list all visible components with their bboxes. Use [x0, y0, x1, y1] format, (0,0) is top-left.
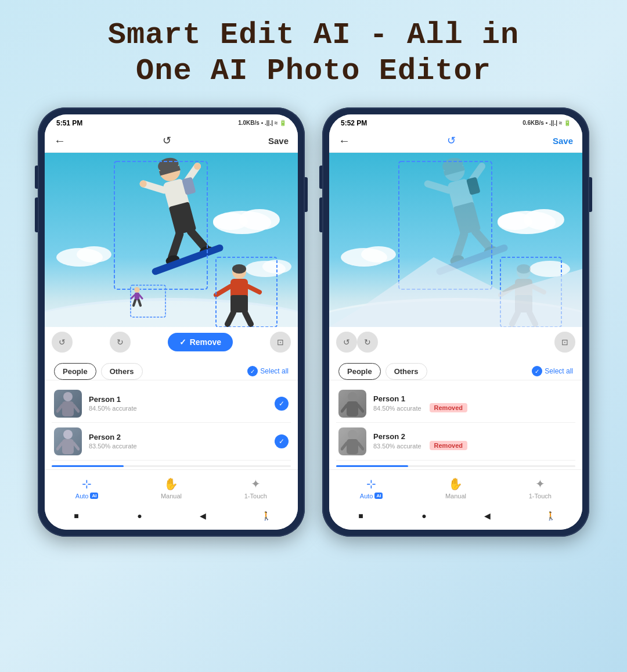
- person-check-2-left[interactable]: ✓: [275, 434, 289, 448]
- back-button-right[interactable]: ←: [338, 134, 350, 148]
- person-item-2-left[interactable]: Person 2 83.50% accurate ✓: [52, 423, 291, 461]
- person-accuracy-1-left: 84.50% accurate: [89, 405, 275, 412]
- manual-label-left: Manual: [161, 493, 182, 499]
- status-icons-right: 0.6KB/s ▪ .||.| ≈ 🔋: [522, 120, 571, 126]
- phone-nav-bar-right: ■ ● ◀ 🚶: [329, 504, 582, 530]
- svg-line-40: [139, 300, 140, 306]
- svg-point-27: [232, 264, 246, 274]
- svg-rect-83: [347, 401, 358, 416]
- tab-people-right[interactable]: People: [338, 363, 381, 380]
- select-all-left[interactable]: ✓ Select all: [247, 366, 289, 376]
- svg-point-7: [77, 246, 111, 263]
- nav-back-left[interactable]: ◀: [197, 510, 209, 522]
- redo-button-right[interactable]: ↻: [357, 332, 378, 353]
- auto-label-left: Auto AI: [75, 493, 99, 499]
- nav-back-right[interactable]: ◀: [482, 510, 493, 522]
- tab-auto-left[interactable]: ⊹ Auto AI: [45, 475, 129, 502]
- vol-button-right: [319, 166, 322, 189]
- compare-button-right[interactable]: ⊡: [554, 332, 575, 353]
- person-thumb-2-left: [54, 427, 82, 455]
- person-name-2-right: Person 2: [373, 432, 573, 441]
- top-nav-right: ← ↺ Save: [329, 130, 582, 153]
- progress-bar-right: [329, 465, 582, 469]
- tabs-row-left: People Others ✓ Select all: [45, 357, 298, 380]
- person-accuracy-2-right: 83.50% accurate: [373, 443, 421, 450]
- phone-right: 5:52 PM 0.6KB/s ▪ .||.| ≈ 🔋 ← ↺ Save: [322, 107, 589, 537]
- manual-icon-left: ✋: [164, 477, 178, 491]
- svg-line-84: [342, 405, 347, 411]
- svg-line-39: [134, 300, 135, 306]
- person-info-1-right: Person 1 84.50% accurate Removed: [373, 394, 573, 412]
- select-all-icon-right: ✓: [532, 366, 542, 376]
- status-icons-left: 1.0KB/s ▪ .||.| ≈ 🔋: [238, 120, 286, 126]
- tab-auto-right[interactable]: ⊹ Auto AI: [329, 475, 413, 502]
- person-thumb-img-2-left: [54, 427, 82, 455]
- person-list-right: Person 1 84.50% accurate Removed: [329, 380, 582, 465]
- svg-point-5: [213, 213, 248, 230]
- nav-home-left[interactable]: ●: [134, 510, 146, 522]
- status-time-right: 5:52 PM: [341, 119, 367, 127]
- svg-rect-43: [62, 401, 74, 416]
- undo-button-right[interactable]: ↺: [336, 332, 357, 353]
- phone-nav-bar-left: ■ ● ◀ 🚶: [45, 504, 298, 530]
- onetouch-icon-left: ✦: [251, 477, 261, 491]
- nav-home-right[interactable]: ●: [419, 510, 430, 522]
- page-title: Smart Edit AI - All in One AI Photo Edit…: [108, 17, 520, 90]
- removed-badge-2-right: Removed: [430, 441, 468, 450]
- svg-rect-47: [62, 439, 74, 454]
- tabs-row-right: People Others ✓ Select all: [329, 357, 582, 380]
- compare-button-left[interactable]: ⊡: [270, 332, 291, 353]
- svg-line-88: [342, 443, 347, 449]
- refresh-button-left[interactable]: ↺: [163, 134, 171, 147]
- remove-button-left[interactable]: ✓ Remove: [168, 333, 233, 351]
- tab-onetouch-right[interactable]: ✦ 1-Touch: [498, 475, 582, 502]
- tab-manual-left[interactable]: ✋ Manual: [129, 475, 213, 502]
- person-thumb-img-1-left: [54, 390, 82, 418]
- refresh-button-right[interactable]: ↺: [447, 134, 456, 147]
- nav-square-right[interactable]: ■: [355, 510, 367, 522]
- top-nav-left: ← ↺ Save: [45, 130, 298, 153]
- svg-point-35: [134, 287, 140, 293]
- svg-line-44: [57, 405, 62, 411]
- undo-button-left[interactable]: ↺: [52, 332, 73, 353]
- photo-area-left: [45, 153, 298, 327]
- tab-others-right[interactable]: Others: [385, 363, 427, 380]
- nav-person-left: 🚶: [261, 510, 272, 522]
- auto-label-right: Auto AI: [360, 493, 383, 499]
- redo-button-left[interactable]: ↻: [110, 332, 131, 353]
- photo-area-right: [329, 153, 582, 327]
- tab-people-left[interactable]: People: [54, 363, 96, 380]
- save-button-right[interactable]: Save: [553, 136, 573, 146]
- phone-left: 5:51 PM 1.0KB/s ▪ .||.| ≈ 🔋 ← ↺ Save: [38, 107, 305, 537]
- svg-line-45: [74, 405, 78, 411]
- status-bar-left: 5:51 PM 1.0KB/s ▪ .||.| ≈ 🔋: [45, 114, 298, 130]
- svg-point-74: [517, 264, 531, 274]
- person-info-1-left: Person 1 84.50% accurate: [89, 395, 275, 412]
- ai-badge-left: AI: [90, 493, 98, 499]
- select-all-label-left: Select all: [260, 367, 289, 375]
- back-button-left[interactable]: ←: [54, 134, 66, 148]
- svg-line-89: [358, 443, 363, 449]
- nav-square-left[interactable]: ■: [71, 510, 82, 522]
- status-bar-right: 5:52 PM 0.6KB/s ▪ .||.| ≈ 🔋: [329, 114, 582, 130]
- person-item-1-right[interactable]: Person 1 84.50% accurate Removed: [336, 385, 575, 423]
- person-name-2-left: Person 2: [89, 433, 275, 441]
- person-info-2-left: Person 2 83.50% accurate: [89, 433, 275, 450]
- save-button-left[interactable]: Save: [268, 136, 289, 146]
- tab-onetouch-left[interactable]: ✦ 1-Touch: [214, 475, 298, 502]
- person-thumb-1-left: [54, 390, 82, 418]
- select-all-label-right: Select all: [545, 367, 573, 375]
- person-item-2-right[interactable]: Person 2 83.50% accurate Removed: [336, 423, 575, 461]
- select-all-right[interactable]: ✓ Select all: [532, 366, 573, 376]
- power-button-left: [305, 177, 308, 212]
- tab-manual-right[interactable]: ✋ Manual: [413, 475, 498, 502]
- ai-badge-right: AI: [374, 493, 383, 499]
- tab-others-left[interactable]: Others: [101, 363, 143, 380]
- vol-down-button-left: [35, 197, 38, 232]
- person-check-1-left[interactable]: ✓: [275, 397, 289, 411]
- bottom-tabs-right: ⊹ Auto AI ✋ Manual ✦ 1-Touch: [329, 469, 582, 504]
- removed-badge-1-right: Removed: [430, 403, 468, 412]
- power-button-right: [589, 177, 592, 212]
- person-item-1-left[interactable]: Person 1 84.50% accurate ✓: [52, 385, 291, 423]
- svg-point-55: [498, 213, 532, 230]
